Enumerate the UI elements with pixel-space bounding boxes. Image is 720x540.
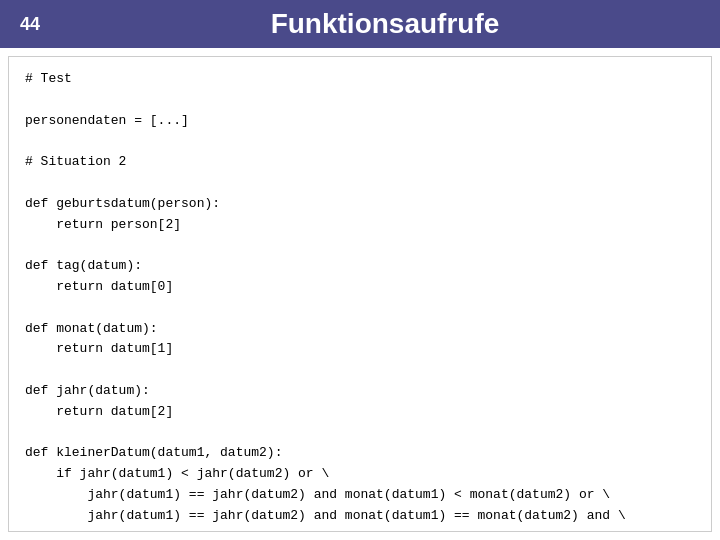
code-block: # Test personendaten = [...] # Situation… bbox=[25, 69, 695, 532]
content-area: # Test personendaten = [...] # Situation… bbox=[8, 56, 712, 532]
slide-title: Funktionsaufrufe bbox=[70, 8, 700, 40]
slide-header: 44 Funktionsaufrufe bbox=[0, 0, 720, 48]
slide-number: 44 bbox=[20, 14, 50, 35]
